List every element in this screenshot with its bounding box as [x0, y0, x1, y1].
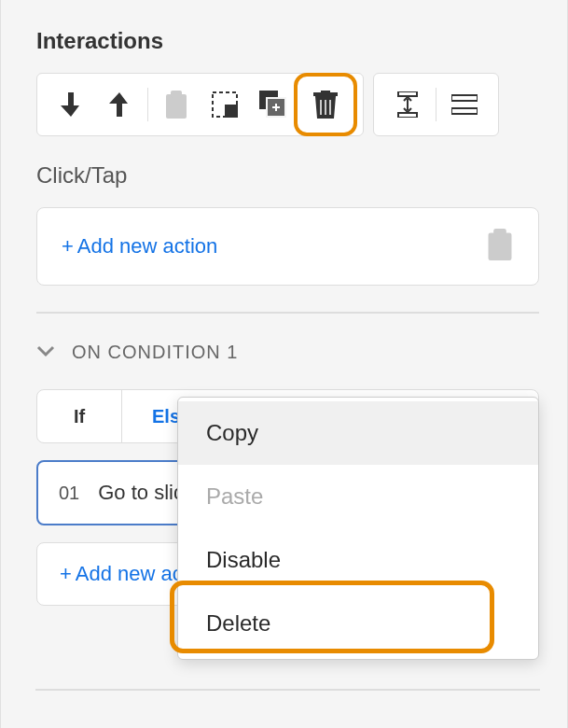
- add-action-label-2: Add new act: [76, 562, 188, 586]
- delete-button[interactable]: [301, 80, 350, 129]
- menu-item-copy[interactable]: Copy: [178, 401, 538, 465]
- plus-icon: +: [60, 562, 72, 586]
- svg-rect-9: [451, 108, 478, 114]
- svg-rect-6: [398, 91, 417, 96]
- menu-item-disable[interactable]: Disable: [178, 528, 538, 592]
- context-menu: Copy Paste Disable Delete: [177, 397, 539, 660]
- clipboard-icon: [486, 229, 514, 260]
- trigger-label: Click/Tap: [36, 162, 539, 189]
- svg-rect-8: [451, 95, 478, 101]
- condition-header[interactable]: ON CONDITION 1: [36, 342, 539, 363]
- divider: [147, 88, 148, 121]
- svg-rect-11: [493, 229, 506, 237]
- marquee-icon: [212, 91, 238, 118]
- trash-highlight: [294, 73, 357, 136]
- divider: [35, 689, 540, 691]
- svg-rect-3: [225, 105, 238, 118]
- svg-rect-7: [398, 113, 417, 118]
- move-up-button[interactable]: [95, 80, 144, 129]
- toolbar: [36, 73, 539, 136]
- marquee-button[interactable]: [201, 80, 249, 129]
- distribute-horizontal-button[interactable]: [440, 80, 489, 129]
- add-action-card: + Add new action: [36, 207, 539, 286]
- distribute-vertical-button[interactable]: [383, 80, 432, 129]
- move-down-button[interactable]: [47, 80, 95, 129]
- trash-icon: [313, 91, 338, 119]
- clipboard-button[interactable]: [486, 229, 514, 264]
- distribute-horizontal-icon: [451, 91, 478, 118]
- toolbar-group-main: [36, 73, 364, 136]
- plus-icon: +: [62, 234, 74, 259]
- distribute-vertical-icon: [395, 91, 421, 118]
- svg-rect-1: [171, 91, 182, 98]
- menu-item-paste: Paste: [178, 465, 538, 528]
- duplicate-icon: [259, 91, 287, 119]
- arrow-up-icon: [109, 92, 130, 117]
- panel-title: Interactions: [36, 28, 539, 54]
- chevron-down-icon[interactable]: [36, 342, 55, 363]
- add-action-button[interactable]: + Add new action: [62, 234, 217, 259]
- action-number: 01: [59, 483, 79, 504]
- clipboard-icon: [164, 91, 188, 119]
- condition-label: ON CONDITION 1: [72, 342, 238, 363]
- menu-item-delete[interactable]: Delete: [178, 592, 538, 655]
- add-action-label: Add new action: [77, 234, 217, 259]
- arrow-down-icon: [61, 92, 81, 117]
- duplicate-button[interactable]: [249, 80, 298, 129]
- paste-button[interactable]: [152, 80, 201, 129]
- tab-if[interactable]: If: [37, 390, 121, 442]
- divider: [436, 88, 436, 121]
- divider: [36, 312, 539, 314]
- toolbar-group-align: [373, 73, 499, 136]
